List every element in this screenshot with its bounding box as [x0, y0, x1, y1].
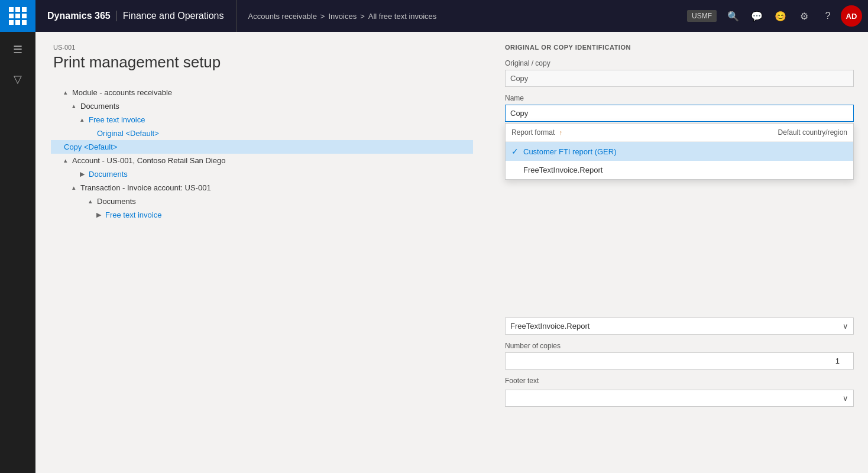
sort-icon[interactable]: ↑ [559, 129, 563, 136]
tree-toggle-icon: ▴ [78, 116, 86, 124]
page-title: Print management setup [53, 53, 473, 72]
right-panel: ORIGINAL OR COPY IDENTIFICATION Original… [491, 32, 868, 473]
report-format-dropdown-list: Report format ↑ Default country/region ✓… [505, 123, 854, 180]
left-sidebar: ☰ ▽ [0, 32, 35, 473]
breadcrumb-invoices[interactable]: Invoices [328, 12, 357, 21]
feedback-button[interactable]: 😊 [770, 5, 791, 27]
original-copy-label: Original / copy [505, 59, 854, 67]
help-button[interactable]: ? [817, 5, 838, 27]
tree-item-free-text-invoice-1[interactable]: ▴ Free text invoice [53, 113, 473, 127]
footer-dropdown-arrow-icon: ∨ [843, 394, 848, 403]
chat-button[interactable]: 💬 [746, 5, 767, 27]
top-navigation: Dynamics 365 Finance and Operations Acco… [0, 0, 868, 32]
tree-item-label: Module - accounts receivable [72, 88, 172, 97]
page-subtitle: US-001 [53, 44, 473, 51]
dropdown-arrow-icon: ∨ [843, 322, 848, 331]
report-format-column-header: Report format ↑ [511, 128, 778, 137]
tree-panel: US-001 Print management setup ▴ Module -… [35, 32, 491, 473]
tree-item-label: Original <Default> [97, 129, 159, 138]
selected-report-value: FreeTextInvoice.Report [510, 322, 843, 331]
footer-text-dropdown[interactable]: ∨ [505, 390, 854, 407]
number-of-copies-label: Number of copies [505, 342, 854, 350]
breadcrumb-accounts-receivable[interactable]: Accounts receivable [248, 12, 317, 21]
dropdown-item-customer-fti[interactable]: ✓ Customer FTI report (GER) [506, 142, 853, 161]
tree-item-label: Free text invoice [105, 210, 161, 219]
tree-item-account-us001[interactable]: ▴ Account - US-001, Contoso Retail San D… [53, 154, 473, 167]
tree-item-label: Documents [89, 170, 128, 179]
section-title: ORIGINAL OR COPY IDENTIFICATION [505, 44, 854, 51]
nav-brand: Dynamics 365 Finance and Operations [35, 0, 237, 32]
tree-item-original-default[interactable]: Original <Default> [53, 127, 473, 140]
tree-toggle-icon: ▶ [95, 211, 103, 219]
search-button[interactable]: 🔍 [723, 5, 744, 27]
tree-item-documents-2[interactable]: ▶ Documents [53, 167, 473, 181]
tree-item-free-text-invoice-2[interactable]: ▶ Free text invoice [53, 208, 473, 222]
tree-toggle-icon: ▴ [86, 197, 95, 205]
environment-label: USMF [687, 10, 717, 22]
report-format-section: All countries/regions ∨ Report format ↑ … [505, 123, 854, 140]
main-content: US-001 Print management setup ▴ Module -… [35, 32, 868, 473]
tree-item-label: Account - US-001, Contoso Retail San Die… [72, 156, 225, 165]
apps-menu-button[interactable] [0, 0, 35, 32]
tree-item-label: Transaction - Invoice account: US-001 [80, 183, 211, 192]
dropdown-item-label: Customer FTI report (GER) [523, 147, 847, 156]
breadcrumb-sep-1: > [320, 12, 325, 21]
breadcrumb-all-free-text-invoices[interactable]: All free text invoices [368, 12, 437, 21]
breadcrumb-sep-2: > [360, 12, 365, 21]
apps-grid-icon [9, 7, 27, 25]
tree-toggle-icon: ▴ [70, 102, 78, 110]
footer-text-label: Footer text [505, 377, 854, 385]
tree-item-label: Documents [97, 197, 136, 206]
tree-toggle-icon: ▶ [78, 170, 86, 178]
name-label: Name [505, 94, 854, 102]
tree-item-transaction[interactable]: ▴ Transaction - Invoice account: US-001 [53, 181, 473, 195]
finance-operations-label: Finance and Operations [116, 11, 224, 21]
tree-item-label: Free text invoice [89, 115, 145, 124]
menu-icon[interactable]: ☰ [6, 38, 30, 61]
default-country-column-header: Default country/region [778, 128, 847, 137]
tree-toggle-icon: ▴ [70, 184, 78, 192]
breadcrumb: Accounts receivable > Invoices > All fre… [237, 12, 687, 21]
nav-right-controls: USMF 🔍 💬 😊 ⚙ ? AD [687, 5, 868, 27]
dropdown-item-label: FreeTextInvoice.Report [523, 166, 847, 174]
tree-item-label: Documents [80, 102, 119, 111]
tree-toggle-icon: ▴ [61, 89, 70, 96]
tree-toggle-icon [86, 130, 95, 137]
name-input[interactable] [505, 105, 854, 122]
main-layout: ☰ ▽ US-001 Print management setup ▴ Modu… [0, 32, 868, 473]
filter-icon[interactable]: ▽ [6, 67, 30, 91]
tree-item-documents-1[interactable]: ▴ Documents [53, 99, 473, 113]
original-copy-input[interactable] [505, 70, 854, 87]
settings-button[interactable]: ⚙ [793, 5, 815, 27]
report-format-selected-dropdown[interactable]: FreeTextInvoice.Report ∨ [505, 318, 854, 335]
tree-toggle-icon [53, 144, 61, 151]
tree-item-label: Copy <Default> [64, 142, 117, 151]
dropdown-item-freetextinvoice[interactable]: FreeTextInvoice.Report [506, 161, 853, 179]
user-avatar[interactable]: AD [841, 5, 862, 27]
check-icon: ✓ [511, 147, 523, 156]
tree-item-module-accounts-receivable[interactable]: ▴ Module - accounts receivable [53, 86, 473, 99]
tree-toggle-icon: ▴ [61, 157, 70, 164]
tree-item-copy-default[interactable]: Copy <Default> [51, 140, 473, 154]
dropdown-list-header: Report format ↑ Default country/region [506, 124, 853, 142]
dynamics365-label: Dynamics 365 [47, 11, 111, 21]
tree-item-documents-3[interactable]: ▴ Documents [53, 195, 473, 208]
number-of-copies-input[interactable] [505, 352, 854, 370]
